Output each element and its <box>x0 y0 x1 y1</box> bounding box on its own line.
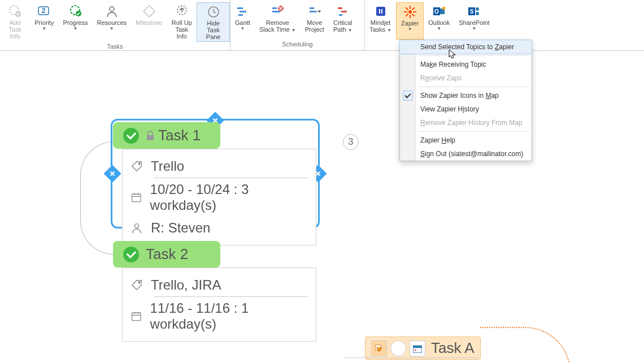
gantt-label: Gantt <box>235 19 250 26</box>
hide-task-pane-button[interactable]: Hide TaskPane <box>197 2 230 42</box>
menu-separator <box>418 55 529 56</box>
priority-button[interactable]: 2 Priority ▼ <box>30 2 58 42</box>
task-body: Trello, JIRA 11/16 - 11/16 : 1 workday(s… <box>122 268 316 342</box>
task-node-a[interactable]: ! Task A <box>365 337 481 360</box>
critical-path-label: CriticalPath ▼ <box>333 19 353 34</box>
svg-rect-27 <box>413 11 416 12</box>
svg-rect-35 <box>442 7 445 10</box>
svg-rect-49 <box>414 346 422 348</box>
move-project-icon <box>308 5 321 18</box>
remove-slack-icon <box>271 5 284 18</box>
svg-rect-40 <box>147 135 154 140</box>
svg-rect-29 <box>405 14 408 17</box>
menu-item-send-selected[interactable]: Send Selected Topics to Zapier <box>400 40 532 54</box>
sharepoint-button[interactable]: S SharePoint ▼ <box>454 2 494 40</box>
svg-rect-17 <box>338 7 342 9</box>
chevron-down-icon: ▼ <box>73 26 77 31</box>
add-task-info-button: AddTask Info <box>0 2 30 42</box>
task-title: Task 2 <box>146 245 188 263</box>
chevron-down-icon: ▼ <box>240 26 245 31</box>
svg-rect-28 <box>412 7 415 11</box>
tag-icon <box>130 279 143 291</box>
mindjet-tasks-button[interactable]: MindjetTasks ▼ <box>365 2 396 40</box>
svg-rect-26 <box>404 11 407 12</box>
progress-button[interactable]: Progress ▼ <box>58 2 92 42</box>
menu-item-receive-zaps: Receive Zaps <box>400 71 532 85</box>
progress-empty-icon <box>390 341 406 356</box>
task-header[interactable]: Task 1 <box>113 122 220 149</box>
zapier-icon <box>403 5 417 19</box>
svg-point-41 <box>138 163 140 165</box>
canvas[interactable]: Task 1 Trello 10/20 - 10/24 : 3 workday(… <box>0 51 644 362</box>
svg-rect-42 <box>132 194 141 202</box>
svg-rect-30 <box>405 7 408 11</box>
task-body: Trello 10/20 - 10/24 : 3 workday(s) R: S… <box>122 149 316 245</box>
person-icon <box>130 222 143 234</box>
menu-item-view-history[interactable]: View Zapier History <box>400 102 532 116</box>
milestone-icon <box>142 5 156 18</box>
svg-rect-19 <box>339 14 342 16</box>
tag-icon <box>130 160 143 173</box>
svg-rect-12 <box>272 7 277 9</box>
note-count-badge[interactable]: 3 <box>343 134 359 150</box>
svg-rect-10 <box>240 11 246 12</box>
task-node-1[interactable]: Task 1 Trello 10/20 - 10/24 : 3 workday(… <box>113 122 316 245</box>
task-title: Task 1 <box>158 127 201 144</box>
svg-rect-24 <box>410 6 411 9</box>
ribbon: AddTask Info 2 Priority ▼ Progress ▼ Res… <box>0 0 644 51</box>
check-complete-icon <box>123 128 139 144</box>
task-dates: 10/20 - 10/24 : 3 workday(s) <box>150 182 308 213</box>
svg-point-6 <box>110 7 114 11</box>
task-header[interactable]: Task 2 <box>113 241 220 268</box>
milestone-label: Milestone <box>136 19 162 26</box>
zapier-label: Zapier <box>401 20 419 27</box>
task-info-icon <box>8 5 22 18</box>
svg-point-44 <box>138 282 140 283</box>
outlook-label: Outlook <box>428 19 450 26</box>
move-project-button[interactable]: MoveProject <box>301 2 329 40</box>
menu-item-signout[interactable]: Sign Out (siatest@mailinator.com) <box>400 147 532 161</box>
lock-icon <box>146 131 155 141</box>
rollup-button[interactable]: Roll UpTask Info <box>167 2 197 42</box>
task-tag: Trello, JIRA <box>151 277 221 293</box>
svg-rect-45 <box>132 313 141 321</box>
menu-item-help[interactable]: Zapier Help <box>400 133 532 147</box>
resources-button[interactable]: Resources ▼ <box>92 2 131 42</box>
gantt-button[interactable]: Gantt ▼ <box>230 2 255 40</box>
group-label-scheduling: Scheduling <box>230 40 364 49</box>
svg-rect-31 <box>412 14 415 17</box>
add-task-info-label: AddTask Info <box>5 19 25 40</box>
outlook-button[interactable]: O Outlook ▼ <box>424 2 454 40</box>
svg-text:2: 2 <box>42 7 46 15</box>
calendar-icon <box>130 191 142 204</box>
check-icon <box>403 90 413 101</box>
sharepoint-icon: S <box>467 5 481 18</box>
priority-icon: 2 <box>37 5 51 18</box>
outlook-icon: O <box>432 5 446 18</box>
menu-item-show-icons[interactable]: Show Zapier Icons in Map <box>400 89 532 102</box>
task-resource: R: Steven <box>151 220 210 236</box>
svg-rect-50 <box>415 349 416 351</box>
menu-item-make-receiving[interactable]: Make Receiving Topic <box>400 58 532 71</box>
svg-point-23 <box>408 10 412 14</box>
clock-icon <box>207 5 220 19</box>
resources-label: Resources <box>97 19 127 26</box>
critical-path-button[interactable]: CriticalPath ▼ <box>329 2 357 40</box>
progress-icon <box>68 5 82 18</box>
progress-label: Progress <box>63 19 88 26</box>
priority-label: Priority <box>34 19 54 26</box>
svg-rect-11 <box>238 14 243 16</box>
svg-text:!: ! <box>378 348 380 352</box>
svg-rect-20 <box>376 7 385 16</box>
chevron-down-icon: ▼ <box>437 26 441 31</box>
chevron-down-icon: ▼ <box>42 26 46 31</box>
move-project-label: MoveProject <box>305 19 324 33</box>
remove-slack-button[interactable]: RemoveSlack Time ▼ <box>255 2 301 40</box>
remove-slack-label: RemoveSlack Time ▼ <box>259 19 296 34</box>
zapier-button[interactable]: Zapier ▼ <box>396 2 424 40</box>
task-node-2[interactable]: Task 2 Trello, JIRA 11/16 - 11/16 : 1 wo… <box>113 241 316 342</box>
alert-icon: ! <box>371 341 387 356</box>
zapier-dropdown-menu: Send Selected Topics to Zapier Make Rece… <box>399 40 532 161</box>
svg-text:O: O <box>434 8 439 15</box>
hide-task-pane-label: Hide TaskPane <box>202 20 225 40</box>
